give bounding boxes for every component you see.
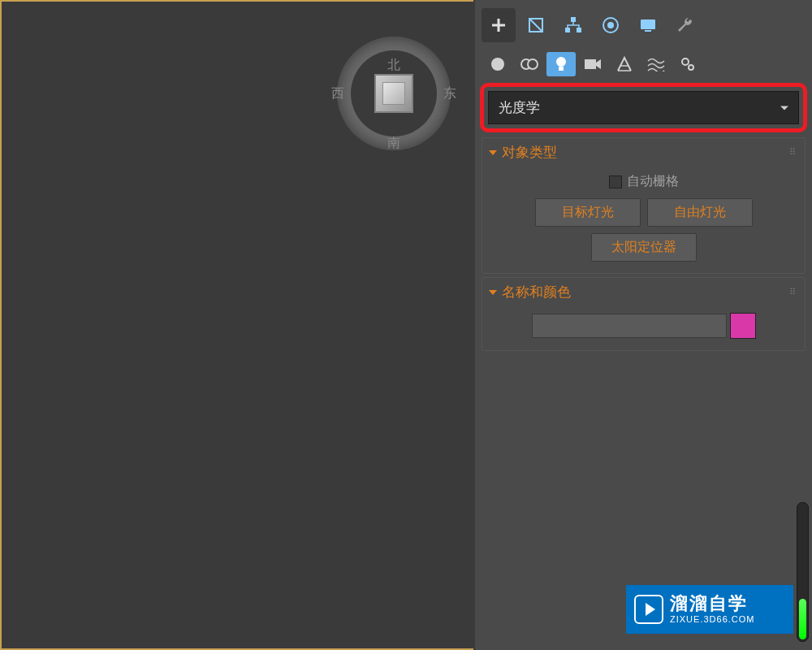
object-type-title: 对象类型 xyxy=(502,143,557,162)
watermark-main-text: 溜溜自学 xyxy=(670,595,754,613)
svg-rect-12 xyxy=(585,59,596,69)
object-type-body: 自动栅格 目标灯光 自由灯光 太阳定位器 xyxy=(482,167,805,273)
svg-rect-11 xyxy=(559,67,564,71)
name-color-title: 名称和颜色 xyxy=(502,283,571,301)
svg-point-14 xyxy=(689,65,693,70)
target-light-button[interactable]: 目标灯光 xyxy=(535,198,641,227)
helpers-category[interactable] xyxy=(610,52,639,76)
watermark-play-icon xyxy=(634,595,663,624)
rollout-expand-icon xyxy=(489,150,497,155)
viewport[interactable]: 北 南 西 东 xyxy=(0,0,475,650)
svg-point-13 xyxy=(682,58,689,65)
viewcube-north-label: 北 xyxy=(387,57,400,74)
watermark-sub-text: ZIXUE.3D66.COM xyxy=(670,614,754,624)
spacewarps-category[interactable] xyxy=(641,52,671,76)
motion-tab[interactable] xyxy=(594,8,628,42)
watermark-text: 溜溜自学 ZIXUE.3D66.COM xyxy=(670,595,754,624)
svg-rect-2 xyxy=(577,28,581,32)
main-tab-row xyxy=(475,0,812,47)
motion-icon xyxy=(601,15,620,35)
autogrid-checkbox[interactable] xyxy=(609,176,622,188)
object-name-input[interactable] xyxy=(532,314,727,338)
chevron-down-icon xyxy=(780,106,788,110)
rollout-menu-icon[interactable]: ⠿ xyxy=(789,287,797,297)
svg-rect-0 xyxy=(571,17,576,22)
svg-point-7 xyxy=(491,58,504,71)
helper-icon xyxy=(616,56,633,72)
create-tab[interactable] xyxy=(482,8,516,42)
viewcube-face-top-inner xyxy=(382,82,405,105)
subcategory-dropdown[interactable]: 光度学 xyxy=(488,91,799,124)
viewcube-west-label: 西 xyxy=(331,85,344,102)
viewcube[interactable]: 北 南 西 东 xyxy=(333,32,455,154)
category-row xyxy=(475,47,812,81)
utilities-tab[interactable] xyxy=(668,8,702,42)
camera-icon xyxy=(584,57,602,72)
object-type-rollout-header[interactable]: 对象类型 ⠿ xyxy=(482,138,805,167)
hierarchy-icon xyxy=(564,15,583,35)
name-color-body xyxy=(482,306,805,350)
viewcube-south-label: 南 xyxy=(387,135,400,152)
modify-icon xyxy=(526,15,546,35)
object-color-swatch[interactable] xyxy=(730,313,756,339)
modify-tab[interactable] xyxy=(519,8,553,42)
display-tab[interactable] xyxy=(631,8,665,42)
command-panel: 光度学 对象类型 ⠿ 自动栅格 目标灯光 自由灯光 太阳定位器 名称和颜色 xyxy=(475,0,812,650)
systems-category[interactable] xyxy=(673,52,702,76)
free-light-button[interactable]: 自由灯光 xyxy=(647,198,753,227)
rollout-expand-icon xyxy=(489,290,497,295)
rollout-menu-icon[interactable]: ⠿ xyxy=(789,147,797,158)
svg-point-9 xyxy=(528,59,538,69)
wrench-icon xyxy=(676,15,695,35)
svg-point-10 xyxy=(556,57,566,67)
svg-rect-5 xyxy=(641,20,655,29)
shapes-category[interactable] xyxy=(515,52,544,76)
lights-category[interactable] xyxy=(546,52,576,76)
name-color-rollout-header[interactable]: 名称和颜色 ⠿ xyxy=(482,278,805,306)
gears-icon xyxy=(680,56,696,72)
autogrid-label: 自动栅格 xyxy=(627,173,679,190)
svg-point-4 xyxy=(607,22,614,28)
dropdown-selected-label: 光度学 xyxy=(499,100,540,115)
lightbulb-icon xyxy=(553,55,569,73)
object-type-rollout: 对象类型 ⠿ 自动栅格 目标灯光 自由灯光 太阳定位器 xyxy=(482,137,806,274)
viewcube-face-top[interactable] xyxy=(374,74,413,113)
svg-rect-1 xyxy=(565,28,570,32)
object-type-buttons: 目标灯光 自由灯光 太阳定位器 xyxy=(499,198,788,262)
plus-icon xyxy=(489,15,508,35)
shapes-icon xyxy=(520,56,538,72)
sun-positioner-button[interactable]: 太阳定位器 xyxy=(591,233,697,262)
dropdown-highlight-annotation: 光度学 xyxy=(480,83,807,132)
cameras-category[interactable] xyxy=(578,52,607,76)
watermark-logo: 溜溜自学 ZIXUE.3D66.COM xyxy=(626,585,793,634)
geometry-category[interactable] xyxy=(483,52,512,76)
sphere-icon xyxy=(490,56,506,72)
svg-rect-6 xyxy=(645,30,651,32)
hierarchy-tab[interactable] xyxy=(556,8,590,42)
slider-fill xyxy=(799,599,806,639)
autogrid-row: 自动栅格 xyxy=(499,173,788,190)
play-triangle-icon xyxy=(646,603,655,616)
display-icon xyxy=(638,15,658,35)
viewcube-east-label: 东 xyxy=(443,85,456,102)
spacewarp-icon xyxy=(647,57,665,72)
name-color-rollout: 名称和颜色 ⠿ xyxy=(482,277,806,351)
vertical-slider[interactable] xyxy=(797,502,809,642)
